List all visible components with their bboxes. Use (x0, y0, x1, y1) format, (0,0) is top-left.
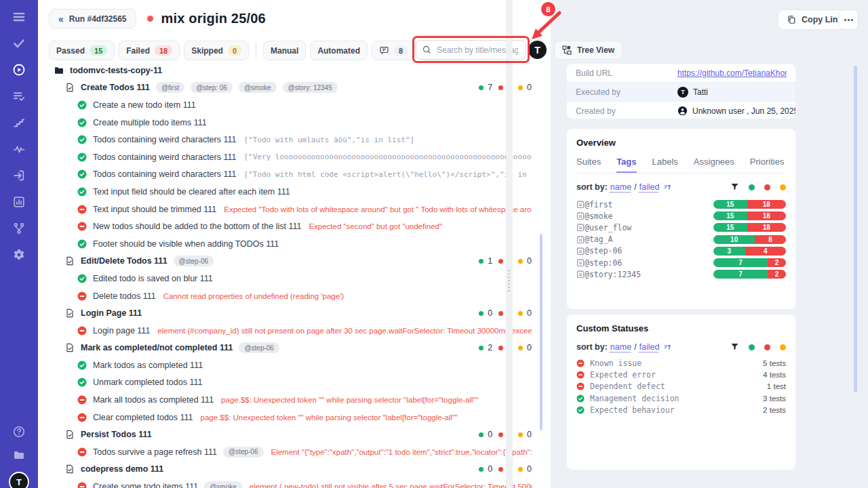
more-options-button[interactable] (838, 9, 859, 30)
tag-row[interactable]: @tag_A108 (576, 234, 786, 245)
custom-status-row[interactable]: Expected error4 tests (576, 369, 786, 380)
steps-icon[interactable] (12, 115, 26, 130)
tree-test-row[interactable]: Text input should be trimmed 111Expected… (38, 201, 540, 218)
tab-tags[interactable]: Tags (616, 157, 636, 173)
yellow-filter-dot[interactable] (780, 344, 786, 350)
tree-test-row[interactable]: Edited todo is saved on blur 111 (38, 270, 540, 287)
tree-test-row[interactable]: Create multiple todo items 111 (38, 114, 540, 131)
tag-row[interactable]: @first1518 (576, 199, 786, 210)
sort-direction-icon[interactable] (664, 184, 671, 191)
passed-dot (479, 311, 484, 316)
tree-suite-row[interactable]: Persist Todos 111010 (38, 426, 540, 443)
test-tag-chip[interactable]: @step-06 (239, 342, 279, 353)
sort-direction-icon[interactable] (664, 344, 671, 351)
tag-row[interactable]: @story:1234572 (576, 268, 786, 280)
tag-row[interactable]: @step:0672 (576, 257, 786, 268)
help-icon[interactable] (12, 424, 26, 439)
funnel-filter-icon[interactable] (730, 183, 739, 191)
green-filter-dot[interactable] (749, 184, 755, 190)
tree-test-row[interactable]: Todos containing weird characters 111["T… (38, 131, 540, 148)
menu-icon[interactable] (12, 9, 26, 24)
folder-icon[interactable] (12, 448, 26, 463)
sort-by-failed-link[interactable]: failed (639, 182, 660, 192)
executed-by-row: Executed by T Tatti (567, 83, 795, 102)
list-check-icon[interactable] (12, 89, 26, 104)
tree-test-row[interactable]: Clear completed todos 111page.$$: Unexpe… (38, 409, 540, 426)
gear-icon[interactable] (12, 247, 26, 262)
filter-automated[interactable]: Automated (310, 41, 368, 60)
play-circle-icon[interactable] (12, 62, 26, 77)
tag-result-bar: 1518 (713, 223, 786, 232)
check-icon[interactable] (12, 36, 26, 51)
tree-test-row[interactable]: New todos should be added to the bottom … (38, 218, 540, 235)
green-filter-dot[interactable] (749, 344, 755, 350)
tag-clipboard-icon (576, 235, 585, 244)
filter-skipped[interactable]: Skipped 0 (184, 41, 249, 60)
tree-test-row[interactable]: Todos containing weird characters 111["V… (38, 148, 540, 166)
back-to-run-button[interactable]: « Run #4df32565 (49, 9, 136, 28)
sort-by-name-link[interactable]: name (610, 342, 631, 352)
filter-manual[interactable]: Manual (263, 41, 306, 60)
tree-suite-row[interactable]: Edit/Delete Todos 111@step-06110 (38, 253, 540, 270)
branch-icon[interactable] (12, 221, 26, 236)
user-avatar[interactable]: T (9, 472, 29, 488)
panel-splitter[interactable] (506, 0, 513, 488)
tree-test-row[interactable]: Footer should be visible when adding TOD… (38, 235, 540, 253)
tab-labels[interactable]: Labels (652, 157, 678, 173)
tree-test-row[interactable]: Create some todo items 111@smokeelement … (38, 478, 540, 488)
sort-by-name-link[interactable]: name (610, 182, 631, 192)
red-filter-dot[interactable] (764, 344, 770, 350)
test-tag-chip[interactable]: @first (156, 82, 184, 93)
tree-test-row[interactable]: Create a new todo item 111 (38, 96, 540, 114)
tab-suites[interactable]: Suites (576, 157, 601, 173)
analytics-icon[interactable] (12, 195, 26, 209)
suite-label: Persist Todos 111 (81, 430, 152, 439)
tab-priorities[interactable]: Priorities (750, 157, 785, 173)
test-tag-chip[interactable]: @smoke (204, 481, 242, 488)
build-url-link[interactable]: https://github.com/TetianaKhomenko/Load-… (677, 68, 787, 78)
tab-assignees[interactable]: Assignees (694, 157, 734, 173)
custom-status-row[interactable]: Known issue5 tests (576, 357, 786, 369)
tag-row[interactable]: @user_flow1518 (576, 222, 786, 233)
tree-test-row[interactable]: Login page 111element (#company_id) stil… (38, 322, 540, 340)
tree-view-button[interactable]: Tree View (554, 41, 623, 60)
tree-folder-row[interactable]: todomvc-tests-copy-11 (38, 62, 540, 79)
custom-status-row[interactable]: Management decision3 tests (576, 392, 786, 404)
tree-test-row[interactable]: Delete todos 111Cannot read properties o… (38, 287, 540, 305)
count-skipped: 0 (518, 343, 532, 352)
filter-failed[interactable]: Failed 18 (119, 41, 180, 60)
custom-status-row[interactable]: Expected behaviour2 tests (576, 405, 786, 416)
test-tag-chip[interactable]: @step-06 (174, 256, 214, 266)
test-label: Unmark completed todos 111 (93, 378, 202, 387)
test-tag-chip[interactable]: @step-06 (223, 447, 264, 458)
tree-suite-row[interactable]: Create Todos 111@first@step: 06@smoke@st… (38, 79, 540, 97)
tree-suite-row[interactable]: Login Page 111010 (38, 304, 540, 322)
tree-test-row[interactable]: Text input field should be cleared after… (38, 183, 540, 201)
tag-row[interactable]: @step-0634 (576, 245, 786, 257)
import-icon[interactable] (12, 168, 26, 183)
tree-suite-row[interactable]: Mark as completed/not completed 111@step… (38, 340, 540, 357)
pulse-icon[interactable] (12, 142, 26, 157)
sort-by-failed-link[interactable]: failed (639, 342, 660, 352)
passed-segment: 15 (713, 211, 747, 220)
red-filter-dot[interactable] (764, 184, 770, 190)
tree-test-row[interactable]: Unmark completed todos 111 (38, 374, 540, 392)
yellow-filter-dot[interactable] (780, 184, 786, 190)
person-icon (677, 106, 688, 116)
tree-suite-row[interactable]: codepress demo 111010 (38, 461, 540, 479)
test-tag-chip[interactable]: @step: 06 (191, 82, 233, 93)
panel-scrollbar[interactable] (854, 66, 857, 392)
tree-scrollbar[interactable] (540, 234, 542, 430)
tree-test-row[interactable]: Todos survive a page refresh 111@step-06… (38, 443, 540, 461)
test-tag-chip[interactable]: @smoke (239, 82, 277, 93)
tag-row[interactable]: @smoke1518 (576, 210, 786, 222)
funnel-filter-icon[interactable] (730, 343, 739, 351)
tree-test-row[interactable]: Mark todos as completed 111 (38, 357, 540, 374)
filter-comments[interactable]: 8 (372, 41, 415, 60)
current-user-avatar[interactable]: T (528, 41, 547, 59)
tree-test-row[interactable]: Mark all todos as completed 111page.$$: … (38, 391, 540, 409)
tree-test-row[interactable]: Todos containing weird characters 111["T… (38, 166, 540, 184)
filter-passed[interactable]: Passed 15 (49, 41, 115, 60)
custom-status-row[interactable]: Dependent defect1 test (576, 381, 786, 392)
test-tag-chip[interactable]: @story: 12345 (283, 82, 338, 93)
